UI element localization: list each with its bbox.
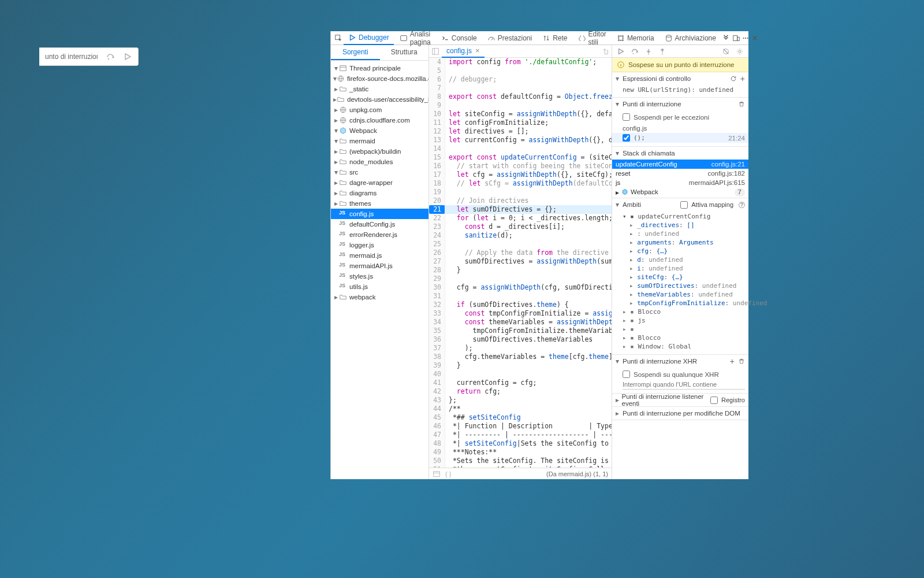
tab-label: Analisi pagina	[410, 30, 431, 46]
tree-host[interactable]: ▾firefox-source-docs.mozilla.org	[331, 73, 429, 84]
trash-icon[interactable]	[738, 101, 745, 108]
tree-file[interactable]: JSconfig.js	[331, 209, 429, 219]
tree-folder[interactable]: ▾mermaid	[331, 136, 429, 146]
responsive-icon[interactable]	[732, 34, 740, 42]
tree-folder[interactable]: ▸(webpack)/buildin	[331, 146, 429, 157]
bp-file[interactable]: config.js	[623, 123, 745, 132]
tree-file[interactable]: JSstyles.js	[331, 271, 429, 281]
deactivate-bp-icon[interactable]	[722, 47, 730, 55]
tab-memory[interactable]: Memoria	[612, 31, 659, 45]
help-icon[interactable]: ?	[739, 202, 745, 208]
tab-storage[interactable]: Archiviazione	[660, 31, 721, 45]
scope-var[interactable]: ▸ d: undefined	[623, 255, 745, 264]
pause-banner: Sospese su un punto di interruzione	[612, 58, 748, 72]
tree-file[interactable]: JSdefaultConfig.js	[331, 219, 429, 229]
section-title: Punti di interruzione XHR	[623, 358, 697, 365]
mapping-toggle[interactable]: Attiva mapping?	[680, 199, 745, 210]
tree-folder[interactable]: ▸node_modules	[331, 157, 429, 167]
settings-icon[interactable]	[736, 47, 744, 55]
sources-tree[interactable]: ▾Thread principale ▾firefox-source-docs.…	[331, 61, 429, 479]
tab-performance[interactable]: Prestazioni	[483, 31, 536, 45]
stack-frame[interactable]: resetconfig.js:182	[612, 169, 748, 178]
bp-checkbox[interactable]	[623, 134, 630, 142]
tree-file[interactable]: JSerrorRenderer.js	[331, 229, 429, 240]
code-editor[interactable]: 4import config from './defaultConfig';56…	[429, 58, 612, 468]
tree-folder[interactable]: ▸dagre-wrapper	[331, 177, 429, 188]
tree-folder[interactable]: ▾src	[331, 167, 429, 177]
tree-file[interactable]: JSmermaidAPI.js	[331, 261, 429, 271]
step-out-icon[interactable]	[658, 47, 666, 55]
stack-group[interactable]: ▸Webpack7	[612, 187, 748, 198]
section-callstack: ▾Stack di chiamata updateCurrentConfigco…	[612, 147, 748, 198]
pause-exc-checkbox[interactable]	[623, 113, 630, 121]
pause-banner-text: Sospese su un punto di interruzione	[628, 61, 734, 68]
kebab-icon[interactable]	[742, 34, 750, 42]
tree-host[interactable]: ▸unpkg.com	[331, 105, 429, 115]
scope-var[interactable]: ▸ arguments: Arguments	[623, 238, 745, 247]
resume-icon[interactable]	[617, 47, 625, 55]
xhr-filter-input[interactable]	[623, 380, 745, 390]
braces-icon[interactable]: { }	[445, 470, 451, 477]
resume-icon[interactable]	[123, 52, 132, 61]
tree-host[interactable]: ▸cdnjs.cloudflare.com	[331, 115, 429, 125]
stack-frame[interactable]: jsmermaidAPI.js:615	[612, 178, 748, 187]
scope-var[interactable]: ▸ siteCfg: {…}	[623, 273, 745, 281]
bp-item[interactable]: (); 21:24	[612, 133, 748, 143]
step-over-icon[interactable]	[106, 52, 115, 61]
editor-tab-active[interactable]: config.js×	[442, 45, 485, 58]
refresh-icon[interactable]	[730, 75, 737, 82]
tree-folder[interactable]: ▸webpack	[331, 292, 429, 302]
scope-var[interactable]: ▸ i: undefined	[623, 264, 745, 273]
tree-thread[interactable]: ▾Thread principale	[331, 63, 429, 73]
tab-styleeditor[interactable]: Editor stili	[573, 31, 611, 45]
inspector-pick-icon[interactable]	[334, 34, 342, 42]
svg-point-0	[108, 58, 109, 60]
scope-function[interactable]: ▾ ▪ updateCurrentConfig	[616, 212, 745, 221]
add-watch-icon[interactable]: +	[737, 74, 745, 83]
debug-controls	[612, 45, 748, 58]
section-breakpoints: ▾Punti di interruzione Sospendi per le e…	[612, 98, 748, 147]
tree-file[interactable]: JSmermaid.js	[331, 250, 429, 261]
sources-tab-struttura[interactable]: Struttura	[380, 45, 429, 60]
pause-on-exceptions[interactable]: Sospendi per le eccezioni	[623, 112, 745, 123]
tab-inspector[interactable]: Analisi pagina	[395, 31, 435, 45]
scope-block[interactable]: ▸ ▪ Blocco	[616, 307, 745, 316]
trash-icon[interactable]	[738, 358, 745, 365]
tab-label: Debugger	[359, 34, 389, 42]
tree-folder[interactable]: ▸_static	[331, 84, 429, 94]
log-toggle[interactable]: Registro	[710, 395, 745, 406]
step-over-icon[interactable]	[631, 47, 639, 55]
watch-item[interactable]: new URL(urlString): undefined	[612, 85, 748, 97]
tree-folder[interactable]: ▸devtools-user/accessibility_ins	[331, 94, 429, 105]
scope-var[interactable]: ▸ _directives: []	[623, 221, 745, 229]
tree-file[interactable]: JSlogger.js	[331, 240, 429, 250]
close-tab-icon[interactable]: ×	[475, 46, 480, 55]
stack-frame[interactable]: updateCurrentConfigconfig.js:21	[612, 160, 748, 169]
scope-block[interactable]: ▸ ▪ Blocco	[616, 334, 745, 342]
sources-tab-sorgenti[interactable]: Sorgenti	[331, 45, 380, 60]
add-icon[interactable]: +	[730, 357, 735, 366]
scope-var[interactable]: ▸ themeVariables: undefined	[623, 290, 745, 299]
tree-file[interactable]: JSutils.js	[331, 281, 429, 292]
tree-folder[interactable]: ▸diagrams	[331, 188, 429, 198]
close-icon[interactable]	[751, 34, 759, 42]
tab-debugger[interactable]: Debugger	[344, 31, 394, 45]
scope-block[interactable]: ▸ ▪ Window: Global	[616, 342, 745, 351]
map-icon[interactable]	[433, 470, 441, 478]
outline-toggle-icon[interactable]	[431, 47, 439, 55]
scope-var[interactable]: ▸ cfg: {…}	[623, 247, 745, 255]
scope-var[interactable]: ▸ : undefined	[623, 229, 745, 238]
xhr-any[interactable]: Sospendi su qualunque XHR	[623, 369, 745, 380]
tree-webpack[interactable]: ▾Webpack	[331, 125, 429, 136]
tree-folder[interactable]: ▸themes	[331, 198, 429, 209]
scope-var[interactable]: ▸ sumOfDirectives: undefined	[623, 281, 745, 290]
tabs-overflow-icon[interactable]	[722, 34, 730, 42]
tab-console[interactable]: Console	[437, 31, 482, 45]
step-in-icon[interactable]	[644, 47, 653, 55]
scope-var[interactable]: ▸ tmpConfigFromInitialize: undefined	[623, 299, 745, 307]
jump-to-line-icon[interactable]	[601, 47, 609, 55]
scope-block[interactable]: ▸ ▪	[616, 325, 745, 334]
scope-block[interactable]: ▸ ▪ js	[616, 316, 745, 325]
tab-network[interactable]: Rete	[538, 31, 572, 45]
editor-tab-label: config.js	[446, 47, 472, 55]
